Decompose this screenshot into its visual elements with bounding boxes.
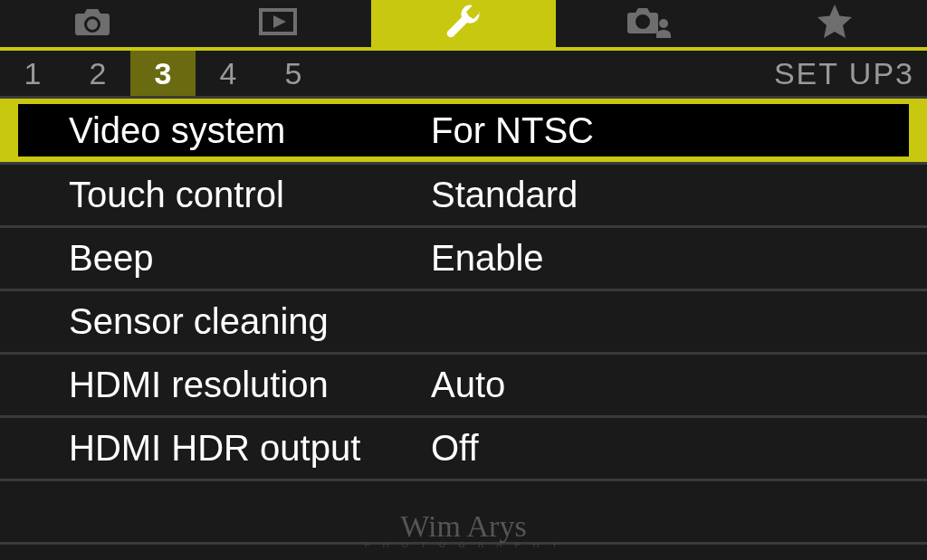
menu-row-empty (0, 481, 927, 545)
menu-value: Standard (431, 175, 903, 215)
camera-menu-screen: 1 2 3 4 5 SET UP3 Video system For NTSC … (0, 0, 927, 560)
page-1[interactable]: 1 (0, 51, 65, 96)
menu-label: Video system (69, 110, 431, 151)
menu-label: HDMI resolution (69, 365, 431, 405)
top-tab-strip (0, 0, 927, 51)
menu-value: Auto (431, 365, 903, 405)
menu-value: Enable (431, 238, 903, 279)
page-numbers: 1 2 3 4 5 (0, 51, 326, 96)
page-3[interactable]: 3 (130, 51, 196, 96)
menu-label: HDMI HDR output (69, 428, 431, 469)
menu-value: Off (431, 428, 903, 469)
menu-row-hdmi-hdr-output[interactable]: HDMI HDR output Off (0, 418, 927, 481)
menu-row-video-system[interactable]: Video system For NTSC (0, 99, 927, 165)
playback-icon (257, 6, 299, 41)
page-5[interactable]: 5 (261, 51, 326, 96)
menu-label: Sensor cleaning (69, 301, 431, 342)
page-2[interactable]: 2 (65, 51, 130, 96)
menu-list: Video system For NTSC Touch control Stan… (0, 99, 927, 545)
menu-row-beep[interactable]: Beep Enable (0, 228, 927, 291)
menu-row-sensor-cleaning[interactable]: Sensor cleaning (0, 291, 927, 355)
camera-icon (72, 6, 112, 41)
menu-label: Touch control (69, 175, 431, 215)
tab-setup[interactable] (371, 0, 557, 47)
page-number-strip: 1 2 3 4 5 SET UP3 (0, 51, 927, 96)
menu-label: Beep (69, 238, 431, 279)
star-icon (817, 5, 853, 43)
menu-value: For NTSC (431, 110, 885, 151)
camera-user-icon (626, 5, 672, 42)
tab-custom[interactable] (556, 0, 741, 47)
page-4[interactable]: 4 (196, 51, 261, 96)
tab-mymenu[interactable] (741, 0, 927, 47)
tab-playback[interactable] (186, 0, 371, 47)
page-title: SET UP3 (774, 56, 914, 91)
wrench-icon (445, 4, 482, 43)
menu-row-hdmi-resolution[interactable]: HDMI resolution Auto (0, 355, 927, 418)
tab-shoot[interactable] (0, 0, 186, 47)
menu-row-touch-control[interactable]: Touch control Standard (0, 165, 927, 228)
